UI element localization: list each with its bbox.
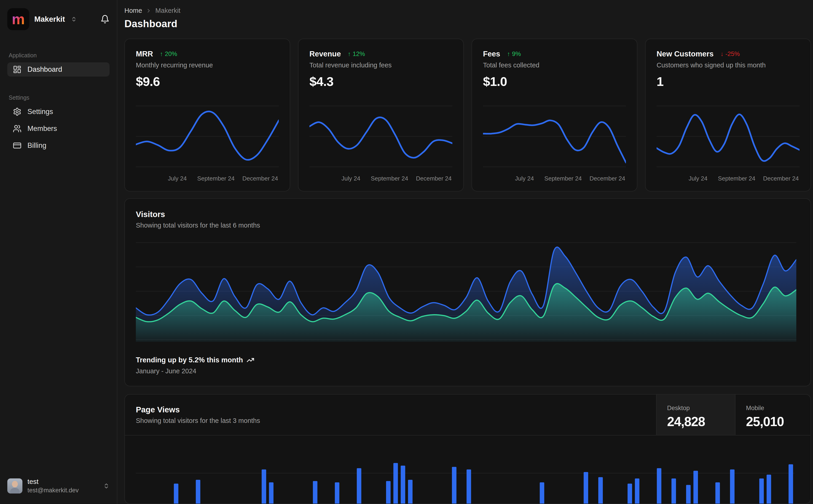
- layout-dashboard-icon: [13, 65, 21, 74]
- arrow-down-icon: ↓: [720, 50, 724, 58]
- x-axis-labels: July 24 September 24 December 24: [657, 175, 800, 184]
- user-menu[interactable]: test test@makerkit.dev: [7, 478, 109, 494]
- chevrons-up-down-icon: [103, 483, 109, 489]
- stat-card-new-customers: New Customers ↓-25% Customers who signed…: [645, 39, 811, 191]
- stat-value: $4.3: [309, 74, 452, 89]
- stat-value: 1: [657, 74, 800, 89]
- app-window: m Makerkit Application Dashboard Setting…: [0, 0, 813, 504]
- arrow-up-icon: ↑: [507, 50, 510, 58]
- chevron-right-icon: [146, 8, 151, 14]
- visitors-subtitle: Showing total visitors for the last 6 mo…: [136, 222, 800, 229]
- stat-card-mrr: MRR ↑20% Monthly recurring revenue $9.6 …: [124, 39, 290, 191]
- page-views-bar-chart: [136, 435, 794, 504]
- page-title: Dashboard: [124, 18, 811, 29]
- toggle-label: Mobile: [746, 405, 810, 412]
- new-customers-sparkline-chart: [657, 101, 800, 172]
- visitors-card: Visitors Showing total visitors for the …: [124, 198, 811, 386]
- stat-description: Customers who signed up this month: [657, 61, 800, 69]
- sidebar-item-settings[interactable]: Settings: [7, 105, 109, 119]
- visitors-area-chart: [136, 241, 796, 342]
- sidebar-item-label: Settings: [27, 108, 53, 116]
- sidebar-item-label: Dashboard: [27, 65, 62, 74]
- breadcrumb-home-link[interactable]: Home: [124, 7, 142, 14]
- nav-section-label-application: Application: [7, 52, 109, 59]
- page-views-card: Page Views Showing total visitors for th…: [124, 394, 811, 504]
- logo-letter: m: [12, 12, 25, 27]
- toggle-value: 25,010: [746, 414, 810, 429]
- stat-card-revenue: Revenue ↑12% Total revenue including fee…: [298, 39, 464, 191]
- user-name: test: [27, 478, 79, 485]
- visitors-date-range: January - June 2024: [136, 367, 800, 375]
- x-axis-labels: July 24 September 24 December 24: [136, 175, 279, 184]
- toggle-desktop[interactable]: Desktop 24,828: [656, 395, 735, 435]
- stat-title: Fees: [483, 50, 500, 58]
- bell-icon[interactable]: [100, 15, 109, 24]
- x-axis-labels: July 24 September 24 December 24: [309, 175, 452, 184]
- sidebar: m Makerkit Application Dashboard Setting…: [0, 0, 117, 504]
- makerkit-logo: m: [7, 8, 29, 30]
- revenue-sparkline-chart: [309, 101, 452, 172]
- users-icon: [13, 124, 21, 133]
- credit-card-icon: [13, 141, 21, 150]
- user-email: test@makerkit.dev: [27, 487, 79, 494]
- sidebar-item-dashboard[interactable]: Dashboard: [7, 62, 109, 77]
- stat-description: Total fees collected: [483, 61, 626, 69]
- stat-card-fees: Fees ↑9% Total fees collected $1.0 July …: [472, 39, 638, 191]
- trend-badge: ↑9%: [507, 50, 521, 58]
- workspace-name: Makerkit: [34, 15, 65, 24]
- stat-description: Monthly recurring revenue: [136, 61, 279, 69]
- nav-section-label-settings: Settings: [7, 94, 109, 101]
- visitors-title: Visitors: [136, 210, 800, 219]
- breadcrumb: Home Makerkit: [124, 7, 811, 14]
- page-views-title: Page Views: [136, 405, 645, 414]
- page-views-header: Page Views Showing total visitors for th…: [125, 395, 810, 435]
- visitors-trend: Trending up by 5.2% this month: [136, 356, 800, 364]
- arrow-up-icon: ↑: [348, 50, 351, 58]
- stat-cards-row: MRR ↑20% Monthly recurring revenue $9.6 …: [124, 39, 811, 191]
- gear-icon: [13, 107, 21, 116]
- stat-description: Total revenue including fees: [309, 61, 452, 69]
- avatar: [7, 478, 22, 493]
- sidebar-item-billing[interactable]: Billing: [7, 138, 109, 153]
- stat-title: New Customers: [657, 50, 714, 58]
- chevrons-up-down-icon: [71, 16, 77, 22]
- page-views-toggle-group: Desktop 24,828 Mobile 25,010: [656, 395, 810, 435]
- trending-up-icon: [247, 356, 254, 364]
- stat-title: MRR: [136, 50, 153, 58]
- breadcrumb-current: Makerkit: [155, 7, 180, 14]
- page-views-subtitle: Showing total visitors for the last 3 mo…: [136, 417, 645, 424]
- fees-sparkline-chart: [483, 101, 626, 172]
- sidebar-item-label: Members: [27, 125, 57, 133]
- main-content: Home Makerkit Dashboard MRR ↑20% Monthly…: [117, 0, 813, 504]
- sidebar-item-members[interactable]: Members: [7, 122, 109, 136]
- toggle-mobile[interactable]: Mobile 25,010: [735, 395, 810, 435]
- toggle-value: 24,828: [667, 414, 735, 429]
- stat-value: $1.0: [483, 74, 626, 89]
- sidebar-item-label: Billing: [27, 141, 46, 150]
- mrr-sparkline-chart: [136, 101, 279, 172]
- trend-badge: ↑12%: [348, 50, 365, 58]
- trend-badge: ↑20%: [160, 50, 177, 58]
- toggle-label: Desktop: [667, 405, 735, 412]
- x-axis-labels: July 24 September 24 December 24: [483, 175, 626, 184]
- arrow-up-icon: ↑: [160, 50, 163, 58]
- stat-value: $9.6: [136, 74, 279, 89]
- stat-title: Revenue: [309, 50, 341, 58]
- trend-badge: ↓-25%: [720, 50, 740, 58]
- workspace-selector[interactable]: m Makerkit: [7, 8, 109, 30]
